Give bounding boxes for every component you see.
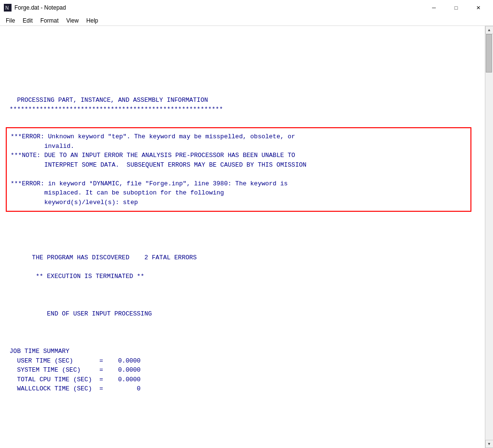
menu-format[interactable]: Format (36, 16, 62, 25)
processing-header: PROCESSING PART, INSTANCE, AND ASSEMBLY … (6, 96, 479, 114)
vertical-scrollbar[interactable]: ▲ ▼ (485, 26, 493, 448)
menu-bar: File Edit Format View Help (0, 15, 493, 26)
title-bar-left: N Forge.dat - Notepad (4, 4, 66, 12)
maximize-button[interactable]: □ (445, 0, 467, 15)
scroll-track[interactable] (485, 34, 493, 440)
app-icon: N (4, 4, 12, 12)
fatal-errors-line: THE PROGRAM HAS DISCOVERED 2 FATAL ERROR… (6, 254, 197, 392)
scroll-thumb[interactable] (486, 34, 492, 73)
scroll-down-arrow[interactable]: ▼ (485, 440, 493, 448)
menu-file[interactable]: File (2, 16, 19, 25)
svg-text:N: N (5, 5, 9, 11)
title-bar: N Forge.dat - Notepad ─ □ ✕ (0, 0, 493, 15)
minimize-button[interactable]: ─ (423, 0, 445, 15)
error-line-1: ***ERROR: Unknown keyword "tep". The key… (11, 133, 306, 206)
close-button[interactable]: ✕ (467, 0, 489, 15)
menu-view[interactable]: View (62, 16, 83, 25)
menu-edit[interactable]: Edit (19, 16, 36, 25)
title-bar-controls: ─ □ ✕ (423, 0, 489, 15)
menu-help[interactable]: Help (83, 16, 102, 25)
error-box: ***ERROR: Unknown keyword "tep". The key… (6, 127, 471, 212)
content-area: PROCESSING PART, INSTANCE, AND ASSEMBLY … (0, 26, 493, 448)
text-editor[interactable]: PROCESSING PART, INSTANCE, AND ASSEMBLY … (0, 26, 485, 448)
window-title: Forge.dat - Notepad (14, 4, 66, 11)
scroll-up-arrow[interactable]: ▲ (485, 26, 493, 34)
